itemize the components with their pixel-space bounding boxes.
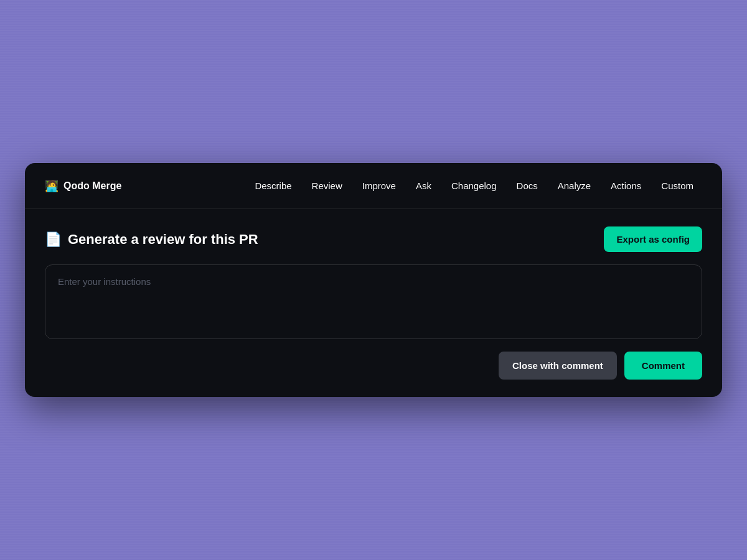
close-with-comment-button[interactable]: Close with comment (499, 352, 617, 380)
instructions-area[interactable]: Enter your instructions (45, 264, 702, 339)
navbar: 🧑‍💻 Qodo Merge Describe Review Improve A… (25, 163, 722, 209)
instructions-placeholder: Enter your instructions (58, 276, 151, 287)
nav-item-actions[interactable]: Actions (602, 177, 650, 195)
nav-items: Describe Review Improve Ask Changelog Do… (141, 177, 702, 195)
brand: 🧑‍💻 Qodo Merge (45, 179, 121, 193)
nav-item-review[interactable]: Review (303, 177, 351, 195)
section-header: 📄 Generate a review for this PR Export a… (45, 226, 702, 252)
brand-name: Qodo Merge (63, 180, 121, 192)
section-icon: 📄 (45, 231, 62, 248)
footer-actions: Close with comment Comment (45, 352, 702, 380)
nav-item-describe[interactable]: Describe (246, 177, 300, 195)
nav-item-improve[interactable]: Improve (354, 177, 405, 195)
export-config-button[interactable]: Export as config (604, 226, 702, 252)
section-title: 📄 Generate a review for this PR (45, 231, 258, 248)
nav-item-analyze[interactable]: Analyze (549, 177, 599, 195)
content: 📄 Generate a review for this PR Export a… (25, 209, 722, 397)
brand-icon: 🧑‍💻 (45, 179, 59, 193)
nav-item-docs[interactable]: Docs (508, 177, 547, 195)
nav-item-custom[interactable]: Custom (652, 177, 702, 195)
nav-item-changelog[interactable]: Changelog (443, 177, 505, 195)
nav-item-ask[interactable]: Ask (407, 177, 440, 195)
comment-button[interactable]: Comment (624, 352, 702, 380)
section-title-text: Generate a review for this PR (68, 231, 258, 248)
main-card: 🧑‍💻 Qodo Merge Describe Review Improve A… (25, 163, 722, 397)
